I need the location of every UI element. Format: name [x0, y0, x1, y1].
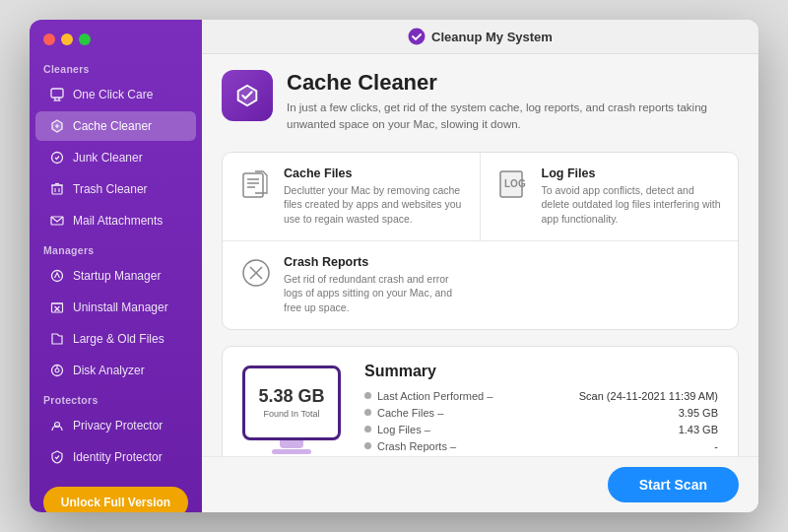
content-area: Cache Cleaner In just a few clicks, get … [202, 54, 758, 456]
svg-text:LOG: LOG [504, 178, 526, 189]
summary-box: 5.38 GB Found In Total Summary Last Acti… [222, 346, 739, 456]
svg-rect-5 [52, 185, 62, 194]
section-managers-label: Managers [30, 236, 202, 260]
sidebar-item-cache-cleaner[interactable]: Cache Cleaner [35, 111, 196, 141]
junk-icon [49, 150, 65, 166]
summary-label-1: Cache Files – [377, 407, 443, 419]
monitor-icon [49, 87, 65, 102]
cache-files-icon [238, 166, 274, 202]
sidebar-item-large-old-files[interactable]: Large & Old Files [35, 324, 196, 354]
sidebar-item-junk-cleaner[interactable]: Junk Cleaner [35, 143, 196, 172]
feature-cache-files-text: Cache Files Declutter your Mac by removi… [284, 166, 464, 227]
found-label: Found In Total [264, 409, 320, 419]
summary-row-3: Crash Reports – - [364, 440, 718, 452]
summary-row-2: Log Files – 1.43 GB [364, 424, 718, 435]
feature-crash-reports-text: Crash Reports Get rid of redundant crash… [284, 255, 465, 315]
sidebar-item-label: Privacy Protector [73, 419, 163, 432]
monitor-graphic: 5.38 GB Found In Total [242, 366, 341, 454]
main-content: Cleanup My System Cache Cleaner In just … [202, 20, 758, 512]
feature-log-files: LOG Log Files To avoid app conflicts, de… [481, 153, 739, 241]
feature-crash-reports: Crash Reports Get rid of redundant crash… [223, 241, 481, 329]
summary-row-0: Last Action Performed – Scan (24-11-2021… [364, 390, 718, 402]
sidebar: Cleaners One Click Care Cache Cleaner [30, 20, 202, 512]
sidebar-footer: Unlock Full Version [30, 473, 202, 512]
topbar: Cleanup My System [202, 20, 758, 54]
trash-icon [49, 181, 65, 197]
sidebar-item-uninstall-manager[interactable]: Uninstall Manager [35, 293, 196, 322]
dot-0 [364, 392, 371, 399]
summary-title: Summary [364, 363, 718, 380]
minimize-button[interactable] [61, 33, 73, 45]
privacy-icon [49, 418, 65, 433]
sidebar-item-one-click-care[interactable]: One Click Care [35, 80, 196, 109]
sidebar-item-trash-cleaner[interactable]: Trash Cleaner [35, 174, 196, 204]
crash-reports-icon [238, 255, 274, 291]
summary-label-2: Log Files – [377, 424, 430, 435]
summary-value-3: - [714, 440, 718, 452]
page-header-text: Cache Cleaner In just a few clicks, get … [287, 70, 739, 134]
uninstall-icon [49, 299, 65, 315]
summary-value-2: 1.43 GB [679, 424, 718, 435]
sidebar-item-label: One Click Care [73, 88, 153, 101]
page-title: Cache Cleaner [287, 70, 739, 96]
sidebar-item-startup-manager[interactable]: Startup Manager [35, 261, 196, 291]
identity-icon [49, 449, 65, 465]
sidebar-item-label: Junk Cleaner [73, 151, 143, 165]
sidebar-item-identity-protector[interactable]: Identity Protector [35, 442, 196, 472]
unlock-full-version-button[interactable]: Unlock Full Version [43, 487, 188, 512]
app-window: Cleaners One Click Care Cache Cleaner [30, 20, 758, 512]
feature-title: Cache Files [284, 166, 464, 180]
feature-grid: Cache Files Declutter your Mac by removi… [222, 152, 739, 330]
feature-desc: To avoid app conflicts, detect and delet… [542, 183, 723, 227]
summary-details: Summary Last Action Performed – Scan (24… [364, 363, 718, 456]
monitor-screen: 5.38 GB Found In Total [242, 366, 341, 440]
feature-title: Crash Reports [284, 255, 465, 269]
svg-rect-0 [51, 89, 63, 98]
summary-label-3: Crash Reports – [377, 440, 456, 452]
sidebar-item-disk-analyzer[interactable]: Disk Analyzer [35, 356, 196, 385]
sidebar-item-label: Mail Attachments [73, 214, 163, 228]
traffic-lights [30, 20, 202, 55]
feature-desc: Get rid of redundant crash and error log… [284, 272, 465, 315]
sidebar-item-label: Disk Analyzer [73, 364, 145, 377]
summary-value-1: 3.95 GB [679, 407, 718, 419]
log-files-icon: LOG [496, 166, 532, 202]
disk-icon [49, 363, 65, 378]
footer: Start Scan [202, 456, 758, 512]
summary-label-0: Last Action Performed – [377, 390, 492, 402]
files-icon [49, 331, 65, 347]
cache-icon [49, 118, 65, 134]
mail-icon [49, 213, 65, 229]
dot-3 [364, 442, 371, 449]
feature-cache-files: Cache Files Declutter your Mac by removi… [223, 153, 481, 241]
monitor-stand [280, 440, 303, 448]
feature-desc: Declutter your Mac by removing cache fil… [284, 183, 464, 227]
section-cleaners-label: Cleaners [30, 55, 202, 79]
summary-row-1: Cache Files – 3.95 GB [364, 407, 718, 419]
dot-2 [364, 426, 371, 432]
startup-icon [49, 268, 65, 284]
close-button[interactable] [43, 33, 55, 45]
sidebar-item-mail-attachments[interactable]: Mail Attachments [35, 206, 196, 235]
sidebar-item-label: Cache Cleaner [73, 119, 152, 133]
app-logo-icon [408, 28, 426, 45]
page-header: Cache Cleaner In just a few clicks, get … [222, 70, 739, 134]
section-protectors-label: Protectors [30, 386, 202, 410]
feature-log-files-text: Log Files To avoid app conflicts, detect… [542, 166, 723, 227]
page-description: In just a few clicks, get rid of the sys… [287, 100, 739, 134]
monitor-base [272, 449, 311, 454]
topbar-title: Cleanup My System [431, 30, 553, 44]
sidebar-item-label: Trash Cleaner [73, 182, 148, 196]
sidebar-item-label: Large & Old Files [73, 332, 164, 346]
total-gb: 5.38 GB [258, 386, 324, 407]
sidebar-item-label: Startup Manager [73, 269, 161, 283]
sidebar-item-privacy-protector[interactable]: Privacy Protector [35, 411, 196, 440]
sidebar-item-label: Identity Protector [73, 450, 163, 464]
dot-1 [364, 409, 371, 416]
svg-point-17 [55, 368, 59, 372]
feature-title: Log Files [542, 166, 723, 180]
maximize-button[interactable] [79, 33, 91, 45]
start-scan-button[interactable]: Start Scan [608, 467, 739, 502]
summary-value-0: Scan (24-11-2021 11:39 AM) [579, 390, 718, 402]
cache-cleaner-icon [222, 70, 273, 121]
